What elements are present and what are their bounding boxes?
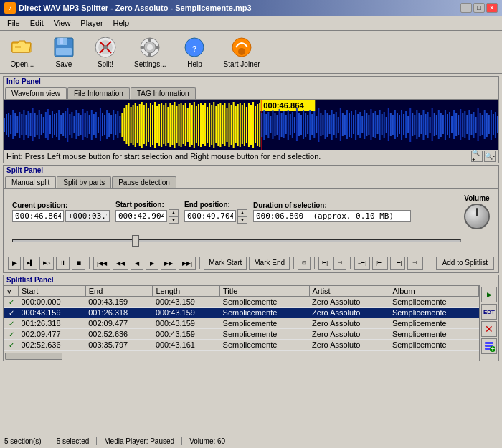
svg-rect-183 [346,110,348,139]
mark-end-button[interactable]: Mark End [249,257,290,270]
splitlist-play-button[interactable]: ▶ [481,287,497,302]
maximize-button[interactable]: □ [473,3,485,13]
row-check[interactable]: ✓ [4,340,19,351]
row-check[interactable]: ✓ [4,308,19,318]
table-row[interactable]: ✓ 002:52.636 003:35.797 000:43.161 Sempl… [4,340,479,351]
play-button[interactable]: ▶ [8,257,21,270]
minimize-button[interactable]: _ [460,3,472,13]
col-v[interactable]: v [4,286,19,297]
splitlist-add-button[interactable]: + [481,338,497,354]
svg-rect-190 [361,116,363,133]
splitlist-edit-button[interactable]: EDT [481,304,497,320]
row-check[interactable]: ✓ [4,297,19,308]
help-button[interactable]: ? Help [176,34,212,70]
start-spin-up[interactable]: ▲ [169,209,179,216]
svg-rect-50 [62,113,64,136]
rew-slow-button[interactable]: ◀ [131,257,143,270]
svg-rect-233 [455,113,457,136]
current-position-field[interactable] [12,210,64,222]
col-album[interactable]: Album [389,286,479,297]
nav-goto[interactable]: |⊣.. [407,257,423,270]
table-row[interactable]: ✓ 001:26.318 002:09.477 000:43.159 Sempl… [4,318,479,329]
svg-rect-195 [372,113,374,137]
split-button[interactable]: Split! [87,34,123,70]
info-panel-title: Info Panel [4,77,498,86]
nav-next-end[interactable]: |⊢.. [372,257,388,270]
tab-file-info[interactable]: File Information [67,87,130,99]
row-title: Semplicemente [220,329,310,340]
splitlist-delete-button[interactable]: ✕ [481,321,497,337]
zoom-out-button[interactable]: 🔍- [484,151,496,162]
fwd-button[interactable]: ▶▶ [161,257,176,270]
open-button[interactable]: Open... [4,34,40,70]
current-position-group: Curent position: [12,201,110,222]
mark-start-button[interactable]: Mark Start [204,257,247,270]
stop-button[interactable]: ⏹ [72,257,85,270]
nav-prev-start[interactable]: ⊢| [318,257,331,270]
tab-manual-split[interactable]: Manual split [5,176,56,188]
col-artist[interactable]: Artist [309,286,389,297]
menu-player[interactable]: Player [76,17,107,29]
svg-rect-41 [43,117,44,133]
tab-split-by-parts[interactable]: Split by parts [57,176,111,188]
tab-waveform[interactable]: Waveform view [5,87,67,99]
position-slider-track [12,239,461,242]
rew-start-button[interactable]: |◀◀ [93,257,110,270]
menu-view[interactable]: View [49,17,75,29]
horizontal-scrollbar[interactable] [4,351,479,361]
col-title[interactable]: Title [220,286,310,297]
col-end[interactable]: End [85,286,153,297]
title-bar: ♪ Direct WAV MP3 Splitter - Zero Assolut… [0,0,502,16]
menu-help[interactable]: Help [109,17,134,29]
end-spin-down[interactable]: ▼ [237,216,247,224]
volume-knob[interactable] [464,204,490,229]
menu-file[interactable]: File [3,17,24,29]
svg-rect-45 [52,111,53,138]
svg-rect-175 [329,115,331,134]
svg-rect-140 [259,103,260,147]
end-position-field[interactable] [184,210,236,222]
svg-rect-149 [272,110,273,139]
position-slider-thumb[interactable] [132,235,139,247]
col-length[interactable]: Length [153,286,220,297]
col-start[interactable]: Start [19,286,86,297]
tab-pause-detection[interactable]: Pause detection [112,176,176,188]
h-scroll-thumb[interactable] [5,353,62,360]
svg-rect-202 [388,108,389,141]
joiner-button[interactable]: Start Joiner [218,34,265,70]
svg-rect-226 [440,113,442,137]
svg-rect-156 [288,110,289,140]
settings-button[interactable]: Settings... [129,34,171,70]
end-spin-up[interactable]: ▲ [237,209,247,216]
pause-button[interactable]: ⏸ [56,257,70,270]
tab-tag-info[interactable]: TAG Information [131,87,196,99]
splitlist-panel: Splitlist Panel v Start End Length Title… [3,275,499,361]
position-offset-field[interactable] [65,210,110,222]
row-check[interactable]: ✓ [4,318,19,329]
fwd-end-button[interactable]: ▶▶| [179,257,196,270]
nav-next[interactable]: =⊢| [354,257,370,270]
add-splitlist-button[interactable]: Add to Splitlist [436,257,494,270]
close-button[interactable]: ✕ [486,3,498,13]
position-slider-container[interactable] [12,234,490,248]
nav-last[interactable]: ..⊢| [390,257,406,270]
menu-edit[interactable]: Edit [26,17,48,29]
nav-prev[interactable]: ⊣ [333,257,346,270]
fwd-slow-button[interactable]: ▶ [146,257,158,270]
table-row[interactable]: ✓ 000:43.159 001:26.318 000:43.159 Sempl… [4,308,479,318]
row-check[interactable]: ✓ [4,329,19,340]
waveform-display[interactable]: 000:46.864 [4,100,498,150]
save-button[interactable]: Save [46,34,82,70]
table-row[interactable]: ✓ 000:00.000 000:43.159 000:43.159 Sempl… [4,297,479,308]
nav-split-button[interactable]: ⊡ [298,257,311,270]
zoom-in-button[interactable]: 🔍+ [471,151,483,162]
play-3-button[interactable]: ▶▷ [39,257,54,270]
svg-rect-85 [139,104,141,146]
start-position-field[interactable] [115,210,167,222]
table-row[interactable]: ✓ 002:09.477 002:52.636 000:43.159 Sempl… [4,329,479,340]
start-spin-down[interactable]: ▼ [169,216,179,224]
rew-button[interactable]: ◀◀ [113,257,128,270]
svg-rect-55 [73,116,75,133]
duration-field[interactable] [253,210,411,222]
play-alt-button[interactable]: ▶▌ [23,257,37,270]
